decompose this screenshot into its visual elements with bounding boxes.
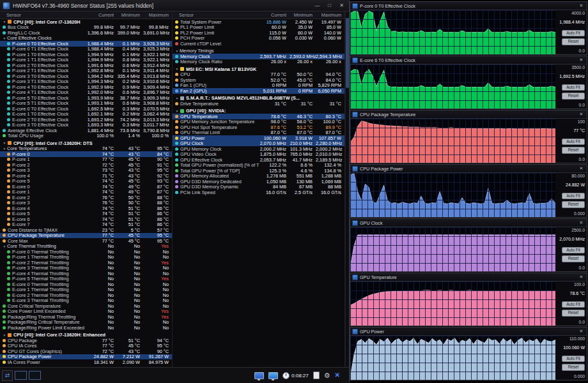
subgroup-row[interactable]: ▾Core Thermal ThrottlingNoNoYes — [0, 244, 172, 250]
sensor-row[interactable]: CPU77.0 °C50.0 °C94.0 °C — [173, 72, 344, 78]
close-button[interactable]: ✕ — [336, 1, 348, 10]
sensor-row[interactable]: E-core 074 °C49 °C87 °C — [0, 184, 172, 190]
sensor-row[interactable]: Core Power Limit ExceededNoNoYes — [0, 309, 172, 315]
sensor-row[interactable]: P-core 5 Thermal ThrottlingNoNoYes — [0, 276, 172, 282]
auto-fit-button[interactable]: Auto Fit — [562, 84, 585, 91]
sensor-row[interactable]: P-core 0 T0 Effective Clock1,988.4 MHz0.… — [0, 41, 172, 47]
auto-fit-button[interactable]: Auto Fit — [562, 247, 585, 253]
auto-fit-button[interactable]: Auto Fit — [562, 193, 585, 199]
close-sensors-icon[interactable]: ✕ — [335, 372, 340, 379]
sensor-row[interactable]: Core Critical TemperatureNoNoNo — [0, 303, 172, 309]
sensor-row[interactable]: Core Max77 °C45 °C95 °C — [0, 238, 172, 244]
collapse-arrow-icon[interactable]: ▾ — [2, 333, 7, 337]
sensor-row[interactable]: PL2 Power Limit115.0 W60.0 W140.0 W — [173, 30, 344, 36]
sensor-row[interactable]: GPU Thermal Limit87.0 °C87.0 °C87.0 °C — [173, 130, 344, 136]
reset-button[interactable]: Reset — [562, 93, 585, 99]
column-header-maximum[interactable]: Maximum — [143, 12, 172, 18]
maximize-button[interactable]: □ — [323, 1, 336, 10]
auto-fit-button[interactable]: Auto Fit — [562, 356, 585, 362]
sensor-row[interactable]: P-core 5 T0 Effective Clock1,993.9 MHz38… — [0, 95, 172, 101]
sensor-row[interactable]: Package/Ring Power Limit ExceededNoNoNo — [0, 325, 172, 331]
sensor-row[interactable]: E-core 574 °C51 °C86 °C — [0, 211, 172, 217]
sensor-row[interactable]: CPU GT Cores (Graphics)72 °C43 °C90 °C — [0, 349, 172, 354]
sensor-row[interactable]: Current cTDP Level — [173, 41, 344, 47]
sensor-row[interactable]: IA Cores Power18.341 W2.090 W84.975 W — [0, 359, 172, 365]
column-header-minimum[interactable]: Minimum — [290, 12, 316, 18]
sensor-row[interactable]: E-core 174 °C49 °C87 °C — [0, 190, 172, 195]
sensor-row[interactable]: E-core 376 °C50 °C88 °C — [0, 200, 172, 206]
graph-titlebar[interactable]: P-core 0 T0 Effective Clock✕ — [350, 2, 587, 10]
collapse-arrow-icon[interactable]: ▾ — [174, 49, 180, 53]
sensor-row[interactable]: GPU Temperature78.6 °C46.3 °C80.3 °C — [173, 114, 344, 119]
reset-button[interactable]: Reset — [562, 255, 585, 262]
sensor-row[interactable]: E-core 2 Thermal ThrottlingNoNoNo — [0, 292, 172, 298]
sensor-row[interactable]: System52.0 °C45.0 °C84.0 °C — [173, 77, 344, 83]
sensor-row[interactable]: E-core 0 Thermal ThrottlingNoNoNo — [0, 282, 172, 287]
sensor-row[interactable]: PL1 Power Limit60.0 W35.0 W85.0 W — [173, 25, 344, 31]
collapse-arrow-icon[interactable]: ▾ — [174, 109, 180, 113]
sensor-row[interactable]: Fan 1 (CPU)0 RPM0 RPM5,829 RPM — [173, 83, 344, 89]
sensor-row[interactable]: P-core 3 Thermal ThrottlingNoNoNo — [0, 266, 172, 271]
sensor-row[interactable]: P-core 2 T0 Effective Clock1,991.6 MHz0.… — [0, 63, 172, 68]
sensor-row[interactable]: CPU Package Power24.882 W7.212 W91.267 W — [0, 354, 172, 360]
sensor-row[interactable]: CPU Package77 °C51 °C94 °C — [0, 338, 172, 343]
sensor-row[interactable]: P-core 3 T0 Effective Clock1,994.2 MHz33… — [0, 73, 172, 79]
sensor-row[interactable]: Average Effective Clock1,881.4 MHz73.6 M… — [0, 128, 172, 133]
sensor-row[interactable]: P-core 177 °C45 °C90 °C — [0, 157, 172, 163]
sensor-row[interactable]: P-core 272 °C45 °C91 °C — [0, 162, 172, 168]
sensor-row[interactable]: P-core 0 T1 Effective Clock1,988.4 MHz0.… — [0, 47, 172, 52]
settings-gear-icon[interactable]: ⚙ — [324, 372, 330, 379]
sensor-row[interactable]: Package/Ring Thermal ThrottlingNoNoYes — [0, 314, 172, 320]
column-header-minimum[interactable]: Minimum — [117, 12, 143, 18]
reset-button[interactable]: Reset — [562, 201, 585, 207]
group-header-row[interactable]: ▾S.M.A.R.T.: SAMSUNG MZVL4512HBLB-00BTW … — [173, 96, 344, 101]
sensor-row[interactable]: E-core 474 °C51 °C86 °C — [0, 206, 172, 211]
layout-box-2[interactable] — [29, 371, 41, 380]
reset-button[interactable]: Reset — [562, 310, 585, 316]
sensor-row[interactable]: GPU Effective Clock2,053.7 MHz41.7 MHz2,… — [173, 157, 344, 163]
graph-titlebar[interactable]: GPU Clock✕ — [350, 219, 587, 227]
auto-fit-button[interactable]: Auto Fit — [562, 30, 585, 36]
column-header-sensor[interactable]: Sensor — [173, 12, 259, 18]
column-header-maximum[interactable]: Maximum — [316, 12, 344, 18]
group-header-row[interactable]: ▾Memory Timings — [173, 49, 344, 54]
reset-button[interactable]: Reset — [562, 364, 585, 370]
collapse-arrow-icon[interactable]: ▾ — [2, 244, 7, 248]
expand-columns-button[interactable]: ⇄ — [2, 370, 13, 381]
sensor-row[interactable]: GPU Video Clock1,875.0 MHz765.0 MHz2,010… — [173, 152, 344, 158]
graph-close-icon[interactable]: ✕ — [578, 166, 585, 171]
graph-titlebar[interactable]: GPU Temperature✕ — [350, 273, 587, 282]
sensor-row[interactable]: GPU Memory Junction Temperature98.0 °C58… — [173, 119, 344, 125]
uptime-clock[interactable]: 0:08:27 — [282, 372, 309, 379]
sensor-row[interactable]: P-core 074 °C43 °C84 °C — [0, 151, 172, 157]
sensor-row[interactable]: E-core 3 T0 Effective Clock1,693.3 MHz0.… — [0, 123, 172, 128]
sensor-row[interactable]: GPU D3D Memory Dedicated1,050 MB130 MB1,… — [173, 179, 344, 184]
subgroup-row[interactable]: ▾Core Effective Clocks — [0, 36, 172, 41]
sensor-row[interactable]: GPU D3D Memory Dynamic84 MB67 MB88 MB — [173, 184, 344, 190]
collapse-arrow-icon[interactable]: ▾ — [2, 147, 7, 151]
graph-close-icon[interactable]: ✕ — [578, 329, 585, 334]
sensor-row[interactable]: Bus Clock99.8 MHz99.7 MHz99.8 MHz — [0, 25, 172, 31]
sensor-row[interactable]: GPU Hot Spot Temperature87.6 °C53.2 °C89… — [173, 124, 344, 130]
sensor-row[interactable]: P-core 5 T1 Effective Clock1,993.1 MHz0.… — [0, 101, 172, 107]
sensor-row[interactable]: P-core 1 T1 Effective Clock1,994.9 MHz0.… — [0, 57, 172, 63]
sensor-row[interactable]: Drive Temperature31 °C31 °C31 °C — [173, 101, 344, 107]
collapse-arrow-icon[interactable]: ▾ — [174, 67, 180, 71]
sensor-row[interactable]: E-core 774 °C51 °C86 °C — [0, 222, 172, 228]
layout-box-1[interactable] — [15, 371, 27, 380]
sensor-row[interactable]: GPU Clock2,070.0 MHz210.0 MHz2,280.0 MHz — [173, 141, 344, 147]
reset-button[interactable]: Reset — [562, 38, 585, 45]
column-header-sensor[interactable]: Sensor — [0, 12, 86, 18]
column-header-current[interactable]: Current — [259, 12, 290, 18]
collapse-arrow-icon[interactable]: ▾ — [2, 36, 7, 40]
sensor-row[interactable]: P-core 2 T1 Effective Clock1,992.8 MHz0.… — [0, 68, 172, 74]
sensor-row[interactable]: P-core 1 Thermal ThrottlingNoNoNo — [0, 255, 172, 260]
group-header-row[interactable]: ▾CPU [#0]: Intel Core i7-13620H: Enhance… — [0, 333, 172, 338]
sensor-row[interactable]: Total GPU Power [% of TDP]125.3 %4.6 %13… — [173, 168, 344, 174]
subgroup-row[interactable]: ▾Core Temperatures74 °C43 °C95 °C — [0, 146, 172, 152]
minimize-button[interactable]: — — [311, 1, 323, 10]
column-header-current[interactable]: Current — [86, 12, 117, 18]
sensor-row[interactable]: E-core 3 Thermal ThrottlingNoNoNo — [0, 298, 172, 304]
group-header-row[interactable]: ▾CPU [#0]: Intel Core i7-13620H: DTS — [0, 140, 172, 146]
monitor-icon-2[interactable] — [268, 372, 278, 379]
